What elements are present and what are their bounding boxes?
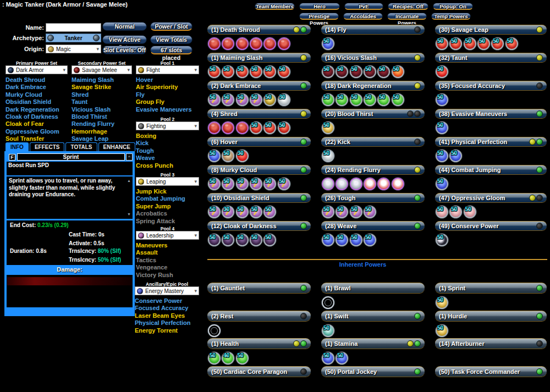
enhancement-slot[interactable]: 50 bbox=[392, 65, 404, 78]
enhancement-slot[interactable]: 50 bbox=[250, 178, 262, 190]
enhancement-slot[interactable] bbox=[336, 178, 348, 190]
enhancement-slot[interactable] bbox=[350, 178, 362, 190]
topbar-button[interactable]: Recipes: Off bbox=[388, 3, 428, 10]
power-bar[interactable]: (16) Vicious Slash bbox=[321, 53, 425, 62]
enhancement-slot[interactable]: 50 bbox=[449, 206, 462, 218]
enhancement-slot[interactable] bbox=[250, 37, 262, 50]
power-bar[interactable]: (32) Taunt bbox=[435, 53, 547, 62]
power-bar[interactable]: (47) Oppressive Gloom bbox=[435, 193, 547, 202]
enhancement-slot[interactable]: 50 bbox=[263, 234, 276, 246]
enhancement-slot[interactable] bbox=[208, 37, 221, 50]
power-bar[interactable]: (14) Afterburner bbox=[435, 338, 547, 349]
power-list-item[interactable]: Dark Regeneration bbox=[6, 106, 59, 113]
name-input[interactable] bbox=[46, 23, 101, 32]
power-list-item[interactable]: Jump Kick bbox=[136, 188, 185, 195]
enhancement-slot[interactable]: 50 bbox=[322, 234, 334, 246]
topbar-button[interactable]: Accolades bbox=[343, 13, 383, 20]
expand-icon[interactable]: ^ bbox=[126, 153, 133, 161]
enhancement-slot[interactable] bbox=[322, 178, 334, 190]
topbar-button[interactable]: Popup: On bbox=[433, 3, 473, 10]
action-button[interactable]: Power / Slot bbox=[150, 22, 193, 31]
power-list-item[interactable]: Savage Strike bbox=[72, 84, 114, 91]
enhancement-slot[interactable]: 50 bbox=[208, 93, 221, 106]
enhancement-slot[interactable]: 50 bbox=[250, 234, 262, 246]
enhancement-slot[interactable]: 50 bbox=[350, 65, 362, 78]
power-list-item[interactable]: Murky Cloud bbox=[6, 91, 59, 98]
enhancement-slot[interactable]: 50 bbox=[449, 37, 462, 50]
action-button[interactable]: 67 slots placed bbox=[150, 46, 193, 54]
power-list-item[interactable]: Acrobatics bbox=[136, 210, 185, 217]
enhancement-slot[interactable]: 50 bbox=[263, 65, 276, 78]
enhancement-slot[interactable]: 50 bbox=[322, 206, 334, 218]
enhancement-slot[interactable]: 50 bbox=[436, 37, 448, 50]
power-bar[interactable]: (1) Health bbox=[207, 338, 311, 349]
power-bar[interactable]: (12) Cloak of Darkness bbox=[207, 221, 311, 230]
power-list-item[interactable]: Maneuvers bbox=[136, 242, 173, 249]
power-bar[interactable]: (26) Tough bbox=[321, 193, 425, 202]
enhancement-slot[interactable]: 50 bbox=[322, 352, 334, 365]
enhancement-slot[interactable]: 30 bbox=[222, 206, 234, 218]
enhancement-slot[interactable]: 50 bbox=[436, 150, 448, 162]
enhancement-slot[interactable]: 50 bbox=[436, 296, 448, 309]
power-list-item[interactable]: Victory Rush bbox=[136, 272, 173, 279]
enhancement-slot[interactable]: 50 bbox=[491, 37, 504, 50]
topbar-button[interactable]: PvE bbox=[344, 3, 383, 10]
enhancement-slot[interactable]: 50 bbox=[236, 178, 249, 190]
enhancement-slot[interactable]: 50 bbox=[236, 206, 249, 218]
enhancement-slot[interactable]: 50 bbox=[364, 206, 376, 218]
powerset-dropdown-pool2[interactable]: Fighting▾ bbox=[136, 122, 199, 130]
enhancement-slot[interactable]: 50 bbox=[208, 234, 221, 246]
archetype-selector[interactable]: Tanker bbox=[46, 34, 101, 42]
enhancement-slot[interactable]: 50 bbox=[222, 65, 234, 78]
power-list-item[interactable]: Maiming Slash bbox=[72, 76, 114, 84]
power-bar[interactable]: (20) Blood Thirst bbox=[321, 109, 425, 118]
enhancement-slot[interactable]: 50 bbox=[464, 206, 476, 218]
enhancement-slot[interactable]: 50 bbox=[449, 150, 462, 162]
power-bar[interactable]: (1) Death Shroud bbox=[207, 25, 311, 34]
enhancement-slot[interactable]: 50 bbox=[222, 93, 234, 106]
enhancement-slot[interactable]: 50 bbox=[208, 150, 221, 162]
power-bar[interactable]: (1) Brawl bbox=[321, 283, 425, 293]
enhancement-slot[interactable]: 50 bbox=[322, 65, 334, 78]
enhancement-slot[interactable]: 50 bbox=[322, 93, 334, 106]
enhancement-slot[interactable]: 50 bbox=[377, 65, 390, 78]
enhancement-slot[interactable]: 50 bbox=[436, 122, 448, 134]
power-bar[interactable]: (4) Shred bbox=[207, 109, 311, 118]
action-button[interactable]: View Active Sets bbox=[102, 35, 147, 44]
power-bar[interactable]: (41) Physical Perfection bbox=[435, 137, 547, 146]
power-list-item[interactable]: Cloak of Darkness bbox=[6, 113, 59, 120]
origin-dropdown[interactable]: Magic ▾ bbox=[46, 45, 101, 53]
enhancement-slot[interactable] bbox=[263, 37, 276, 50]
power-list-item[interactable]: Boxing bbox=[136, 132, 173, 140]
enhancement-slot[interactable] bbox=[236, 122, 249, 134]
power-bar[interactable]: (1) Maiming Slash bbox=[207, 53, 311, 62]
enhancement-slot[interactable] bbox=[364, 178, 376, 190]
power-list-item[interactable]: Death Shroud bbox=[6, 76, 59, 84]
power-list-item[interactable]: Cloak of Fear bbox=[6, 120, 59, 128]
power-list-item[interactable]: Evasive Maneuvers bbox=[136, 106, 192, 113]
enhancement-slot[interactable]: 50 bbox=[436, 206, 448, 218]
power-list-item[interactable]: Focused Accuracy bbox=[135, 305, 191, 312]
enhancement-slot[interactable]: 50 bbox=[263, 122, 276, 134]
enhancement-slot[interactable]: 50 bbox=[250, 122, 262, 134]
power-list-item[interactable]: Vengeance bbox=[136, 264, 173, 271]
power-bar[interactable]: (38) Evasive Maneuvers bbox=[435, 109, 547, 118]
enhancement-slot[interactable] bbox=[322, 296, 334, 309]
topbar-button[interactable]: Team Members bbox=[255, 3, 295, 10]
enhancement-slot[interactable]: 30 bbox=[278, 93, 290, 106]
scroll-down-icon[interactable]: ▼ bbox=[127, 211, 131, 218]
enhancement-slot[interactable]: 50 bbox=[364, 234, 376, 246]
power-list-item[interactable]: Dark Embrace bbox=[6, 84, 59, 91]
action-button[interactable]: View Totals bbox=[150, 35, 193, 44]
enhancement-slot[interactable]: 50 bbox=[505, 37, 518, 50]
power-list-item[interactable]: Tough bbox=[136, 147, 173, 154]
powerset-dropdown-primary[interactable]: Dark Armor▾ bbox=[6, 65, 68, 74]
power-list-item[interactable]: Group Fly bbox=[136, 98, 192, 106]
favorite-button[interactable]: F bbox=[9, 154, 15, 161]
enhancement-slot[interactable] bbox=[278, 37, 290, 50]
enhancement-slot[interactable]: 50 bbox=[208, 65, 221, 78]
enhancement-slot[interactable]: 50 bbox=[250, 65, 262, 78]
enhancement-slot[interactable]: 50 bbox=[322, 324, 334, 337]
enhancement-slot[interactable]: 50 bbox=[208, 352, 221, 365]
power-list-item[interactable]: Blood Thirst bbox=[72, 113, 114, 120]
